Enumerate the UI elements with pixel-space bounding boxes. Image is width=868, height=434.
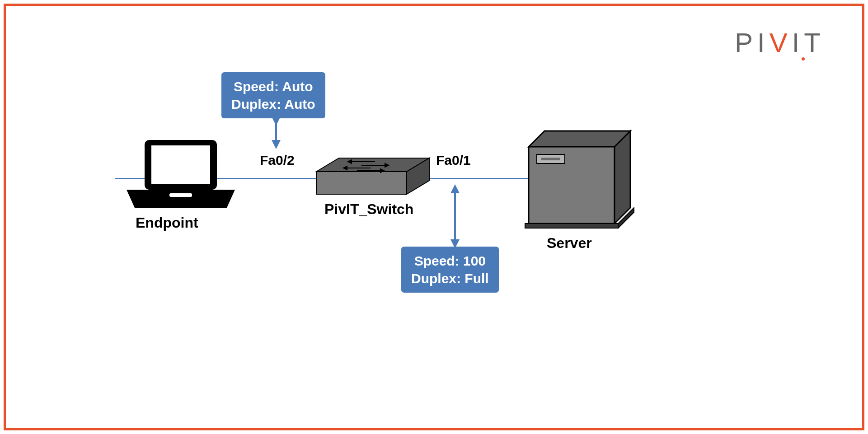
svg-marker-17	[272, 140, 281, 149]
callout-duplex-line: Duplex: Full	[411, 270, 489, 287]
port-label-fa01: Fa0/1	[436, 153, 471, 168]
server-icon	[525, 131, 634, 228]
callout-fa02-config: Speed: Auto Duplex: Auto	[221, 72, 325, 118]
svg-rect-2	[169, 193, 192, 197]
switch-icon	[316, 158, 429, 194]
svg-rect-1	[151, 145, 210, 184]
callout-duplex-line: Duplex: Auto	[231, 95, 315, 113]
svg-rect-14	[525, 224, 618, 228]
svg-rect-13	[541, 158, 560, 160]
callout-speed-line: Speed: Auto	[231, 78, 315, 95]
callout-speed-line: Speed: 100	[411, 252, 489, 270]
svg-marker-19	[450, 184, 460, 193]
switch-label: PivIT_Switch	[324, 201, 413, 218]
endpoint-label: Endpoint	[136, 215, 198, 231]
callout-bottom-arrow	[450, 184, 460, 248]
callout-top-arrow	[272, 117, 281, 149]
server-label: Server	[547, 235, 592, 252]
laptop-icon	[127, 140, 235, 208]
port-label-fa02: Fa0/2	[260, 153, 295, 168]
callout-fa01-config: Speed: 100 Duplex: Full	[401, 247, 499, 293]
network-diagram	[0, 0, 868, 434]
